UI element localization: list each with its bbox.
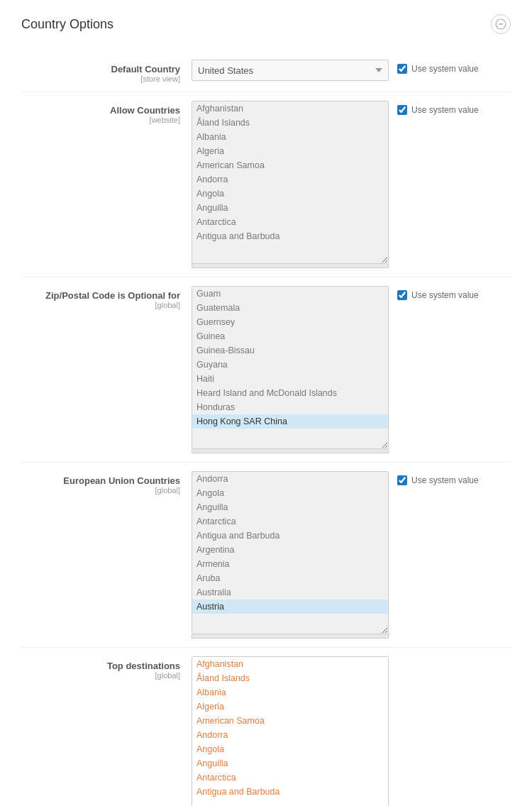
- allow-countries-label-col: Allow Countries [website]: [21, 101, 192, 124]
- default-country-label: Default Country: [21, 64, 180, 74]
- list-item: Algeria: [192, 144, 388, 158]
- zip-optional-label: Zip/Postal Code is Optional for: [21, 290, 180, 301]
- top-destinations-select[interactable]: Afghanistan Åland Islands Albania Algeri…: [192, 656, 389, 806]
- allow-countries-row: Allow Countries [website] Afghanistan Ål…: [21, 92, 511, 277]
- list-item: Antarctica: [192, 215, 388, 229]
- default-country-select[interactable]: United States: [192, 60, 389, 81]
- top-destinations-scope: [global]: [21, 671, 180, 680]
- list-item: Australia: [192, 585, 388, 600]
- list-item: Afghanistan: [192, 101, 388, 116]
- list-item: Anguilla: [192, 756, 388, 771]
- list-item: Andorra: [192, 728, 388, 742]
- eu-countries-resize-handle[interactable]: [192, 634, 389, 639]
- top-destinations-label: Top destinations: [21, 661, 180, 671]
- list-item: American Samoa: [192, 158, 388, 172]
- list-item: Honduras: [192, 400, 388, 414]
- default-country-input-col: United States: [192, 60, 397, 81]
- list-item: Heard Island and McDonald Islands: [192, 386, 388, 400]
- allow-countries-use-system-checkbox[interactable]: [397, 105, 407, 115]
- list-item: Guinea: [192, 329, 388, 343]
- default-country-checkbox-col: Use system value: [397, 60, 511, 74]
- zip-optional-resize-handle[interactable]: [192, 449, 389, 453]
- list-item: Antigua and Barbuda: [192, 785, 388, 799]
- zip-optional-use-system-checkbox[interactable]: [397, 290, 407, 300]
- list-item: Anguilla: [192, 201, 388, 215]
- allow-countries-label: Allow Countries: [21, 105, 180, 116]
- zip-optional-select[interactable]: Guam Guatemala Guernsey Guinea Guinea-Bi…: [192, 286, 389, 449]
- list-item: Antarctica: [192, 514, 388, 529]
- eu-countries-label-col: European Union Countries [global]: [21, 471, 192, 495]
- allow-countries-scope: [website]: [21, 116, 180, 124]
- list-item: Guatemala: [192, 301, 388, 315]
- list-item: Algeria: [192, 700, 388, 714]
- zip-optional-row: Zip/Postal Code is Optional for [global]…: [21, 277, 511, 463]
- list-item: Angola: [192, 742, 388, 756]
- list-item: Andorra: [192, 472, 388, 486]
- eu-countries-use-system-checkbox[interactable]: [397, 475, 407, 485]
- default-country-use-system-label[interactable]: Use system value: [411, 64, 479, 74]
- allow-countries-input-col: Afghanistan Åland Islands Albania Algeri…: [192, 101, 397, 268]
- eu-countries-scope: [global]: [21, 486, 180, 495]
- top-destinations-input-col: Afghanistan Åland Islands Albania Algeri…: [192, 656, 397, 806]
- list-item: Austria: [192, 600, 388, 614]
- default-country-use-system-checkbox[interactable]: [397, 64, 407, 74]
- list-item: Antigua and Barbuda: [192, 229, 388, 243]
- zip-optional-scope: [global]: [21, 301, 180, 309]
- list-item: Albania: [192, 130, 388, 144]
- allow-countries-resize-handle[interactable]: [192, 264, 389, 268]
- eu-countries-label: European Union Countries: [21, 475, 180, 486]
- list-item: Guernsey: [192, 315, 388, 329]
- list-item: Antarctica: [192, 771, 388, 785]
- collapse-icon[interactable]: [491, 14, 511, 34]
- list-item: Åland Islands: [192, 116, 388, 130]
- list-item: Anguilla: [192, 500, 388, 514]
- list-item: Angola: [192, 187, 388, 201]
- list-item: Haiti: [192, 372, 388, 386]
- page-title: Country Options: [21, 17, 113, 32]
- default-country-label-col: Default Country [store view]: [21, 60, 192, 83]
- eu-countries-input-col: Andorra Angola Anguilla Antarctica Antig…: [192, 471, 397, 639]
- default-country-row: Default Country [store view] United Stat…: [21, 51, 511, 92]
- allow-countries-select[interactable]: Afghanistan Åland Islands Albania Algeri…: [192, 101, 389, 264]
- list-item: Albania: [192, 685, 388, 700]
- zip-optional-use-system-label[interactable]: Use system value: [411, 290, 479, 300]
- allow-countries-use-system-label[interactable]: Use system value: [411, 105, 479, 115]
- top-destinations-label-col: Top destinations [global]: [21, 656, 192, 680]
- eu-countries-row: European Union Countries [global] Andorr…: [21, 463, 511, 648]
- list-item: Andorra: [192, 172, 388, 187]
- default-country-scope: [store view]: [21, 74, 180, 83]
- eu-countries-select[interactable]: Andorra Angola Anguilla Antarctica Antig…: [192, 471, 389, 634]
- list-item: Guam: [192, 287, 388, 301]
- top-destinations-checkbox-col: [397, 656, 511, 661]
- list-item: Armenia: [192, 557, 388, 571]
- list-item: Argentina: [192, 543, 388, 557]
- list-item: Guinea-Bissau: [192, 343, 388, 358]
- list-item: Guyana: [192, 358, 388, 372]
- zip-optional-checkbox-col: Use system value: [397, 286, 511, 300]
- list-item: Afghanistan: [192, 657, 388, 671]
- page-header: Country Options: [21, 14, 511, 34]
- zip-optional-input-col: Guam Guatemala Guernsey Guinea Guinea-Bi…: [192, 286, 397, 453]
- eu-countries-use-system-label[interactable]: Use system value: [411, 475, 479, 485]
- list-item: Angola: [192, 486, 388, 500]
- form-section: Default Country [store view] United Stat…: [21, 51, 511, 806]
- list-item: American Samoa: [192, 714, 388, 728]
- eu-countries-checkbox-col: Use system value: [397, 471, 511, 485]
- default-country-select-wrapper: United States: [192, 60, 389, 81]
- list-item: Aruba: [192, 571, 388, 585]
- list-item: Hong Kong SAR China: [192, 414, 388, 429]
- allow-countries-checkbox-col: Use system value: [397, 101, 511, 115]
- zip-optional-label-col: Zip/Postal Code is Optional for [global]: [21, 286, 192, 309]
- list-item: Antigua and Barbuda: [192, 529, 388, 543]
- list-item: Åland Islands: [192, 671, 388, 685]
- top-destinations-row: Top destinations [global] Afghanistan Ål…: [21, 648, 511, 806]
